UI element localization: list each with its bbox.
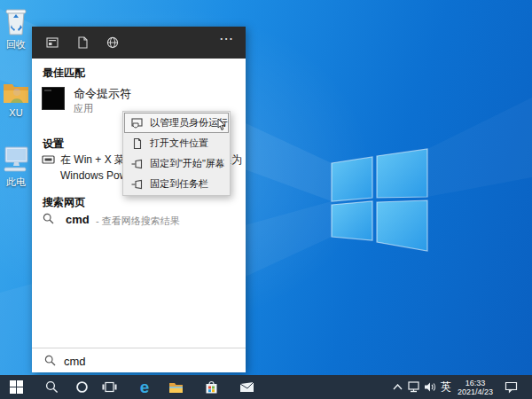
search-input[interactable]: [64, 352, 232, 370]
menu-item-run-as-admin[interactable]: 以管理员身份运行: [124, 113, 229, 133]
tray-time: 16:33: [466, 379, 486, 387]
action-center-button[interactable]: [500, 375, 521, 399]
ime-language-label: 英: [441, 379, 451, 395]
taskbar-search-button[interactable]: [41, 375, 62, 399]
command-prompt-icon: [42, 87, 65, 110]
web-search-query: cmd: [66, 213, 90, 226]
display-settings-icon: [42, 155, 55, 166]
desktop-icon-label: 此电: [0, 176, 32, 189]
cortana-icon: [75, 380, 89, 394]
search-box: [32, 348, 246, 372]
result-type: 应用: [74, 102, 93, 115]
menu-item-pin-to-taskbar[interactable]: 固定到任务栏: [124, 174, 229, 194]
edge-icon: e: [140, 379, 150, 395]
menu-item-label: 固定到任务栏: [150, 177, 208, 191]
search-flyout-panel: ⋯ 最佳匹配 命令提示符 应用 设置 在 Win + X 菜单中将命令提示符替换…: [32, 27, 246, 372]
store-icon: [205, 380, 218, 395]
start-button[interactable]: [5, 375, 27, 399]
open-file-location-icon: [131, 137, 144, 150]
search-icon: [43, 213, 54, 224]
tray-clock[interactable]: 16:33 2021/4/23: [452, 375, 498, 399]
mail-button[interactable]: [236, 375, 257, 399]
desktop-icon-user-folder[interactable]: XU: [0, 80, 32, 118]
menu-item-label: 打开文件位置: [150, 137, 208, 150]
this-pc-icon: [2, 145, 30, 175]
action-center-icon: [505, 381, 518, 394]
recycle-bin-icon: [3, 5, 29, 37]
settings-section-label: 设置: [43, 137, 64, 152]
more-options-button[interactable]: ⋯: [219, 30, 235, 47]
file-explorer-icon: [168, 381, 184, 394]
mouse-cursor-icon: [217, 119, 226, 130]
context-menu: 以管理员身份运行 打开文件位置 固定到"开始"屏幕 固定到任务栏: [122, 111, 231, 196]
task-view-button[interactable]: [98, 375, 120, 399]
file-explorer-button[interactable]: [165, 375, 186, 399]
desktop-icon-recycle-bin[interactable]: 回收: [0, 5, 32, 51]
chevron-up-icon: [393, 384, 403, 390]
edge-button[interactable]: e: [134, 375, 155, 399]
cortana-button[interactable]: [71, 375, 92, 399]
taskbar: e: [0, 375, 532, 399]
desktop-icon-label: 回收: [0, 38, 32, 51]
store-button[interactable]: [200, 375, 222, 399]
menu-item-label: 以管理员身份运行: [150, 116, 228, 129]
volume-icon: [424, 381, 436, 393]
web-search-result-row[interactable]: cmd - 查看网络搜索结果: [32, 209, 246, 232]
best-match-section-label: 最佳匹配: [43, 66, 85, 81]
search-icon: [45, 380, 59, 394]
menu-item-label: 固定到"开始"屏幕: [150, 157, 225, 170]
desktop-icon-this-pc[interactable]: 此电: [0, 145, 32, 189]
run-as-admin-icon: [131, 117, 144, 129]
pin-to-taskbar-icon: [131, 178, 144, 191]
search-icon: [44, 355, 56, 366]
web-search-hint: - 查看网络搜索结果: [96, 215, 180, 228]
search-panel-header: ⋯: [32, 27, 246, 59]
user-folder-icon: [2, 80, 30, 106]
result-title: 命令提示符: [74, 86, 131, 102]
menu-item-pin-to-start[interactable]: 固定到"开始"屏幕: [124, 153, 229, 174]
mail-icon: [239, 381, 254, 393]
desktop-screen: 回收 XU 此电: [0, 0, 532, 399]
tray-date: 2021/4/23: [458, 387, 493, 396]
pin-to-start-icon: [131, 158, 144, 170]
documents-tab-icon[interactable]: [76, 36, 89, 49]
windows-start-icon: [10, 380, 23, 394]
apps-tab-icon[interactable]: [46, 36, 59, 49]
web-search-section-label: 搜索网页: [43, 195, 85, 210]
task-view-icon: [102, 381, 117, 393]
desktop-icon-label: XU: [0, 107, 32, 118]
menu-item-open-file-location[interactable]: 打开文件位置: [124, 133, 229, 153]
web-tab-icon[interactable]: [106, 36, 119, 49]
